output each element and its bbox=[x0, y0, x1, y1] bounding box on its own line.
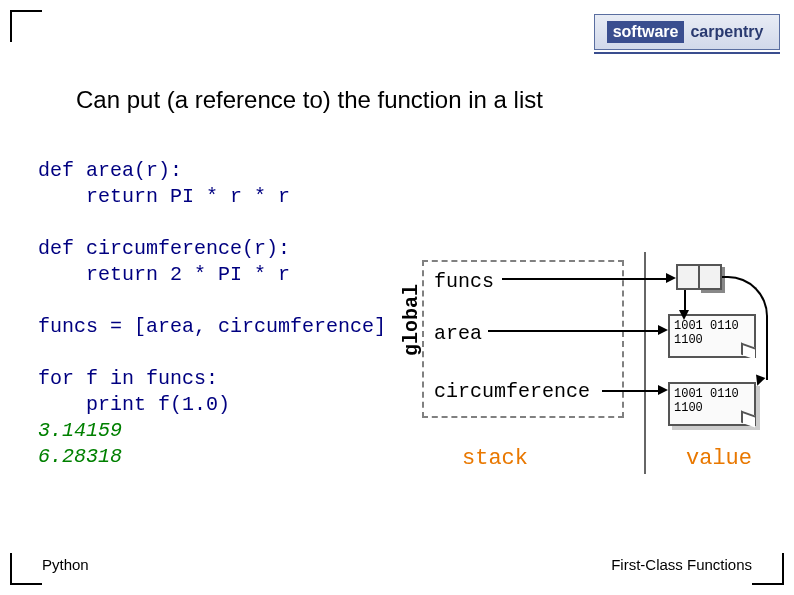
var-funcs: funcs bbox=[434, 270, 494, 293]
list-object bbox=[676, 264, 720, 290]
list-cell bbox=[698, 264, 722, 290]
logo-carpentry: carpentry bbox=[686, 21, 767, 43]
memory-diagram: funcs area circumference global stack va… bbox=[422, 260, 782, 510]
stack-heading: stack bbox=[462, 446, 528, 471]
arrow-cell0-to-area bbox=[684, 290, 686, 312]
code-line: return 2 * PI * r bbox=[38, 263, 290, 286]
arrow-circ-to-code bbox=[602, 390, 658, 392]
code-output: 3.14159 bbox=[38, 419, 122, 442]
code-line: for f in funcs: bbox=[38, 367, 218, 390]
arrow-head-icon bbox=[658, 325, 668, 335]
code-output: 6.28318 bbox=[38, 445, 122, 468]
code-line: print f(1.0) bbox=[38, 393, 230, 416]
slide: software carpentry Can put (a reference … bbox=[0, 0, 794, 595]
list-cell bbox=[676, 264, 700, 290]
var-area: area bbox=[434, 322, 482, 345]
global-label: global bbox=[400, 284, 423, 356]
arrow-head-icon bbox=[658, 385, 668, 395]
code-line: return PI * r * r bbox=[38, 185, 290, 208]
logo-software: software bbox=[607, 21, 685, 43]
corner-br bbox=[752, 553, 784, 585]
arrow-head-icon bbox=[666, 273, 676, 283]
code-line: def circumference(r): bbox=[38, 237, 290, 260]
arrow-funcs-to-list bbox=[502, 278, 666, 280]
corner-tl bbox=[10, 10, 42, 42]
var-circumference: circumference bbox=[434, 380, 590, 403]
page-fold-icon bbox=[741, 410, 755, 427]
arrow-cell1-to-circ bbox=[722, 276, 768, 380]
code-line: def area(r): bbox=[38, 159, 182, 182]
value-heading: value bbox=[686, 446, 752, 471]
corner-bl bbox=[10, 553, 42, 585]
footer-left: Python bbox=[42, 556, 89, 573]
footer-right: First-Class Functions bbox=[611, 556, 752, 573]
slide-title: Can put (a reference to) the function in… bbox=[76, 86, 543, 114]
global-frame: funcs area circumference bbox=[422, 260, 624, 418]
logo-underline bbox=[594, 52, 780, 54]
code-object-circumference: 1001 0110 1100 bbox=[668, 382, 756, 426]
logo: software carpentry bbox=[594, 14, 780, 50]
code-block: def area(r): return PI * r * r def circu… bbox=[38, 132, 386, 496]
arrow-head-icon bbox=[679, 310, 689, 320]
arrow-area-to-code bbox=[488, 330, 658, 332]
code-line: funcs = [area, circumference] bbox=[38, 315, 386, 338]
machine-code-text: 1001 0110 1100 bbox=[674, 387, 739, 415]
divider-stack-value bbox=[644, 252, 646, 474]
